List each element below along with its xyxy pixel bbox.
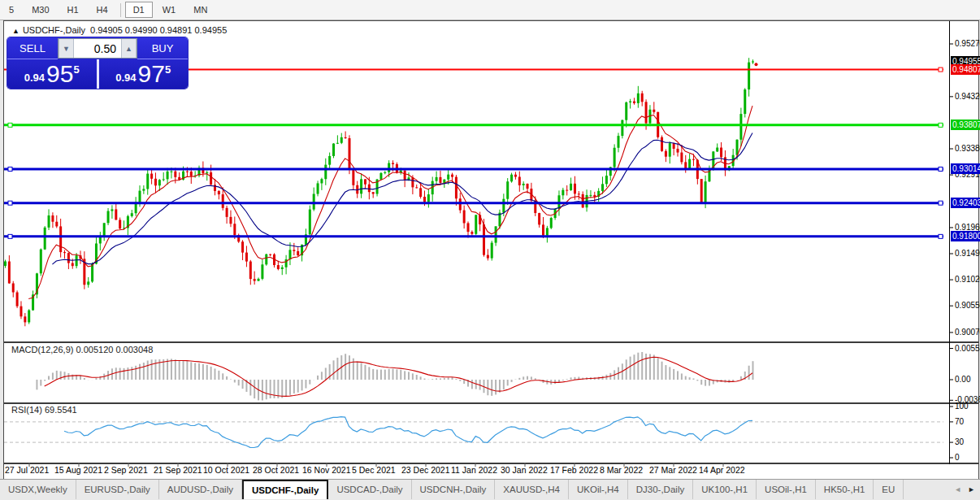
buy-price-button[interactable]: 0.94 97 5: [99, 59, 189, 89]
candle-body: [372, 192, 375, 193]
symbol-tab-hk50-h1[interactable]: HK50-,H1: [816, 480, 874, 499]
tab-scroll-left-icon[interactable]: ◄: [954, 485, 961, 493]
candle-body: [142, 189, 145, 190]
candle-body: [523, 184, 525, 185]
symbol-tab-usdchf-daily[interactable]: USDCHF-,Daily: [242, 480, 328, 499]
symbol-tab-dj30-daily[interactable]: DJ30-,Daily: [628, 480, 693, 499]
candle-body: [288, 250, 291, 259]
candle-body: [506, 181, 509, 198]
candle-body: [170, 172, 172, 172]
candle-body: [328, 156, 331, 165]
candle-body: [99, 237, 102, 243]
date-axis-label: 10 Oct 2021: [203, 465, 249, 475]
candle-body: [665, 151, 667, 157]
candle-body: [752, 62, 754, 63]
candle-body: [684, 162, 687, 168]
candle-body: [103, 223, 106, 237]
price-axis-tick: 0.91490: [955, 249, 980, 258]
macd-values: 0.005120 0.003048: [76, 345, 153, 354]
candle-body: [146, 174, 149, 189]
candle-body: [514, 175, 517, 177]
candle-body: [423, 197, 426, 202]
panel-separator: [4, 341, 978, 343]
date-axis-label: 23 Dec 2021: [401, 465, 450, 475]
candle-body: [527, 184, 529, 189]
candle-body: [44, 228, 46, 250]
candle-body: [716, 148, 718, 152]
panel-separator: [4, 463, 978, 464]
candle-body: [439, 177, 441, 183]
timeframe-button-h1[interactable]: H1: [59, 2, 87, 18]
volume-increase-button[interactable]: ▲: [121, 39, 137, 58]
candle-body: [72, 263, 74, 267]
symbol-tab-usdcad-daily[interactable]: USDCAD-,Daily: [328, 480, 411, 499]
sell-price-button[interactable]: 0.94 95 5: [7, 59, 97, 89]
candle-body: [502, 199, 505, 213]
candle-body: [415, 187, 418, 188]
candle-body: [748, 63, 750, 89]
macd-axis-tick: 0.005537: [955, 344, 980, 353]
timeframe-button-m30[interactable]: M30: [24, 2, 57, 18]
date-axis-label: 11 Jan 2022: [451, 465, 497, 475]
candle-body: [24, 316, 26, 322]
symbol-tab-xauusd-h4[interactable]: XAUUSD-,H4: [495, 480, 569, 499]
tab-scroll-right-icon[interactable]: ►: [968, 485, 975, 493]
candle-body: [688, 159, 691, 169]
candle-body: [233, 224, 236, 235]
buy-price-main: 97: [138, 62, 165, 86]
date-axis-label: 27 Mar 2022: [649, 465, 697, 475]
line-handle-marker: [939, 123, 943, 127]
symbol-tab-usdx-weekly[interactable]: USDX,Weekly: [0, 480, 76, 499]
candle-body: [4, 262, 7, 266]
symbol-tab-eu[interactable]: EU: [874, 480, 904, 499]
rsi-axis-tick: 70: [955, 417, 964, 426]
candle-body: [582, 194, 584, 207]
volume-stepper: ▼ 0.50 ▲: [58, 38, 137, 59]
candle-body: [186, 172, 189, 172]
symbol-tab-usoil-h1[interactable]: USOil-,H1: [757, 480, 816, 499]
symbol-tab-uk100-h1[interactable]: UK100-,H1: [693, 480, 757, 499]
candle-body: [744, 89, 746, 114]
chart-window: ▲USDCHF-,Daily 0.94905 0.94990 0.94891 0…: [3, 20, 979, 480]
timeframe-button-w1[interactable]: W1: [154, 2, 184, 18]
candle-body: [261, 264, 263, 279]
chart-title: ▲USDCHF-,Daily 0.94905 0.94990 0.94891 0…: [12, 25, 227, 35]
candle-body: [491, 243, 493, 259]
one-click-trade-panel: SELL ▼ 0.50 ▲ BUY 0.94 95 5 0.94 97 5: [7, 37, 188, 89]
timeframe-button-h4[interactable]: H4: [89, 2, 116, 18]
tab-scroll-arrows: ◄ ►: [951, 480, 978, 499]
candle-body: [174, 172, 176, 177]
candle-body: [562, 190, 564, 196]
symbol-tab-usdcnh-daily[interactable]: USDCNH-,Daily: [412, 480, 496, 499]
volume-value[interactable]: 0.50: [74, 39, 121, 58]
volume-decrease-button[interactable]: ▼: [59, 39, 74, 58]
candle-body: [254, 279, 256, 280]
line-handle-marker: [8, 201, 12, 205]
date-axis-label: 16 Nov 2021: [302, 465, 351, 475]
buy-price-pip: 5: [165, 63, 171, 76]
collapse-arrow-icon[interactable]: ▲: [12, 27, 20, 35]
timeframe-button-d1[interactable]: D1: [125, 2, 153, 18]
candle-body: [392, 163, 394, 164]
symbol-tab-eurusd-daily[interactable]: EURUSD-,Daily: [76, 480, 159, 499]
candle-body: [550, 218, 553, 228]
date-axis-label: 21 Sep 2021: [154, 465, 202, 475]
sell-button[interactable]: SELL: [7, 37, 58, 59]
candle-body: [249, 262, 252, 280]
sell-price-main: 95: [46, 62, 73, 86]
price-chart-canvas[interactable]: [4, 21, 978, 479]
candle-body: [91, 263, 93, 281]
timeframe-button-5[interactable]: 5: [1, 2, 22, 18]
symbol-tab-ukoil-h4[interactable]: UKOil-,H4: [569, 480, 628, 499]
panel-separator: [4, 402, 978, 404]
current-price-dot: [755, 63, 758, 66]
candle-body: [67, 253, 70, 263]
buy-button[interactable]: BUY: [137, 37, 188, 59]
candle-body: [336, 143, 339, 144]
candle-body: [210, 172, 212, 185]
candle-body: [150, 174, 153, 179]
candle-body: [340, 137, 343, 143]
timeframe-button-mn[interactable]: MN: [185, 2, 215, 18]
candle-body: [28, 311, 30, 323]
symbol-tab-audusd-daily[interactable]: AUDUSD-,Daily: [159, 480, 242, 499]
